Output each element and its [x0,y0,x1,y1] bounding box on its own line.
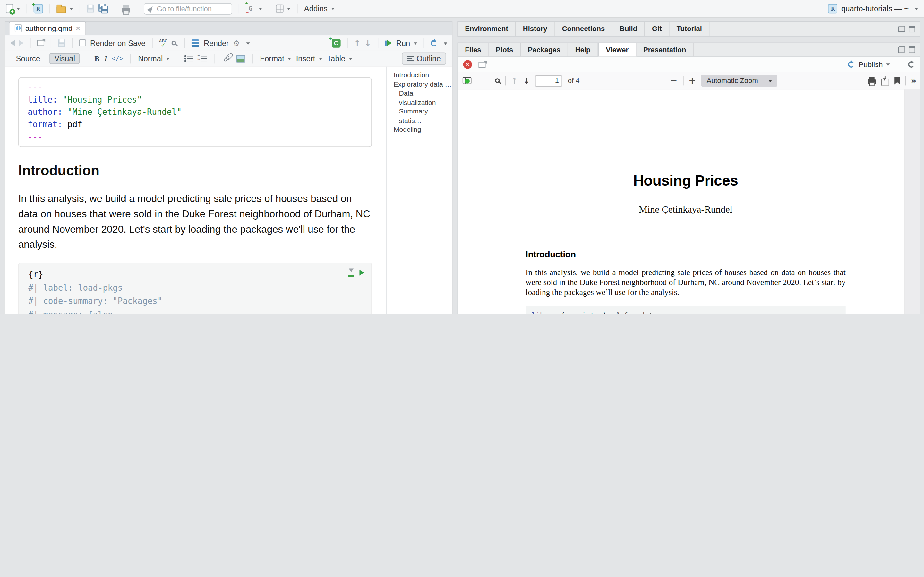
render-on-save-checkbox[interactable] [79,39,86,47]
go-previous-chunk-icon[interactable]: ↑ [354,39,360,47]
outline-item-data-visualization[interactable]: Data visualization [394,89,452,107]
tab-plots[interactable]: Plots [489,43,521,56]
goto-file-input[interactable]: Go to file/function [144,3,232,15]
close-icon[interactable]: × [76,24,80,32]
bullet-list-icon[interactable] [184,56,194,61]
pdf-viewport[interactable]: Housing Prices Mine Çetinkaya-Rundel Int… [458,89,920,314]
viewer-popout-icon[interactable] [478,61,485,67]
new-project-button[interactable]: R [34,4,43,13]
run-chunk-icon[interactable] [359,269,364,276]
pdf-print-icon[interactable] [868,79,876,84]
yaml-block[interactable]: ---title: "Housing Prices"author: "Mine … [18,77,372,147]
goto-icon [147,5,155,13]
popout-icon[interactable] [37,40,44,46]
tab-presentation[interactable]: Presentation [636,43,694,56]
viewer-restore-icon[interactable] [898,47,905,53]
run-button[interactable]: Run [384,39,417,47]
save-button[interactable] [87,5,94,13]
new-file-button[interactable] [6,4,20,13]
tab-git[interactable]: Git [645,22,670,36]
gear-icon[interactable]: ⚙ [233,39,240,47]
tab-packages[interactable]: Packages [521,43,568,56]
pdf-page-input[interactable] [535,75,562,86]
pdf-find-icon[interactable] [495,78,500,83]
tab-label: authoring.qmd [25,24,73,32]
rerun-caret[interactable] [444,42,447,46]
save-doc-icon[interactable] [58,39,65,47]
r-code-chunk[interactable]: {r}#| label: load-pkgs#| code-summary: "… [18,263,372,314]
pdf-intro-paragraph: In this analysis, we build a model predi… [525,268,845,298]
pdf-next-page-icon[interactable]: ↓ [523,76,530,85]
chunk-code: {r}#| label: load-pkgs#| code-summary: "… [28,268,371,314]
pdf-zoom-in-icon[interactable]: + [688,75,696,86]
tab-help[interactable]: Help [568,43,598,56]
run-all-above-icon[interactable] [349,269,354,277]
pdf-zoom-select[interactable]: Automatic Zoom [701,75,778,87]
search-icon[interactable] [172,41,176,45]
outline-item-summary-statistics[interactable]: Summary statis… [394,107,452,125]
table-menu[interactable]: Table [327,54,352,63]
source-mode-button[interactable]: Source [11,53,45,64]
pdf-author: Mine Çetinkaya-Rundel [525,204,845,216]
visual-editor-toolbar: Source Visual B I </> Normal Format Inse… [5,51,452,67]
paragraph-style-select[interactable]: Normal [138,54,170,63]
tab-tutorial[interactable]: Tutorial [670,22,710,36]
open-file-button[interactable] [57,5,73,13]
insert-chunk-button[interactable]: C [332,39,341,47]
tab-authoring-qmd[interactable]: authoring.qmd × [9,21,86,35]
link-icon[interactable] [223,55,230,62]
numbered-list-icon[interactable] [198,56,207,61]
pdf-download-icon[interactable] [881,79,889,85]
tab-build[interactable]: Build [612,22,645,36]
refresh-icon[interactable] [908,61,914,68]
visual-editor-document[interactable]: ---title: "Housing Prices"author: "Mine … [5,67,386,314]
project-menu-button[interactable]: R quarto-tutorials — ~ [828,4,918,13]
workspace-panes-button[interactable] [276,5,291,13]
visual-mode-button[interactable]: Visual [50,53,80,64]
render-options-caret[interactable] [246,42,250,46]
rerun-icon[interactable] [431,40,437,46]
code-format-button[interactable]: </> [111,55,124,63]
tab-connections[interactable]: Connections [555,22,612,36]
pdf-code-block-packages: library(openintro) # for datalibrary(tid… [525,306,845,314]
save-icon [87,5,94,13]
viewer-maximize-icon[interactable] [909,47,915,53]
chunk-actions [349,269,365,277]
go-next-chunk-icon[interactable]: ↓ [365,39,371,47]
back-icon[interactable] [10,40,15,46]
pdf-previous-page-icon[interactable]: ↑ [511,76,518,85]
render-button[interactable]: Render [192,39,229,47]
outline-item-modeling[interactable]: Modeling [394,125,452,134]
pdf-intro-heading: Introduction [525,249,845,259]
addins-button[interactable]: Addins [304,4,334,13]
spellcheck-icon[interactable]: ABC✓ [159,39,168,47]
tab-history[interactable]: History [516,22,555,36]
image-icon[interactable] [236,55,246,62]
pdf-zoom-out-icon[interactable]: − [670,75,677,86]
env-maximize-icon[interactable] [909,26,915,32]
panes-grid-icon [276,5,284,13]
tab-environment[interactable]: Environment [458,22,516,36]
outline-item-eda[interactable]: Exploratory data … [394,80,452,89]
version-control-button[interactable]: G [246,3,262,13]
tab-files[interactable]: Files [458,43,489,56]
publish-button[interactable]: Publish [848,60,890,69]
outline-toggle-button[interactable]: Outline [402,52,446,65]
pdf-more-tools-icon[interactable]: » [911,76,915,85]
document-outline: Introduction Exploratory data … Data vis… [386,67,452,314]
format-menu[interactable]: Format [260,54,291,63]
tab-viewer[interactable]: Viewer [598,43,636,56]
outline-item-introduction[interactable]: Introduction [394,71,452,79]
forward-icon[interactable] [19,40,24,46]
bold-button[interactable]: B [95,54,100,63]
env-restore-icon[interactable] [898,26,905,32]
save-all-button[interactable] [99,4,108,13]
pdf-scrollbar[interactable] [905,89,920,314]
insert-menu[interactable]: Insert [296,54,322,63]
print-button[interactable] [122,5,130,12]
status-dot [465,79,470,84]
italic-button[interactable]: I [104,54,107,63]
stop-icon[interactable] [463,60,472,69]
pdf-bookmark-icon[interactable] [895,77,900,85]
open-folder-icon [57,6,66,13]
